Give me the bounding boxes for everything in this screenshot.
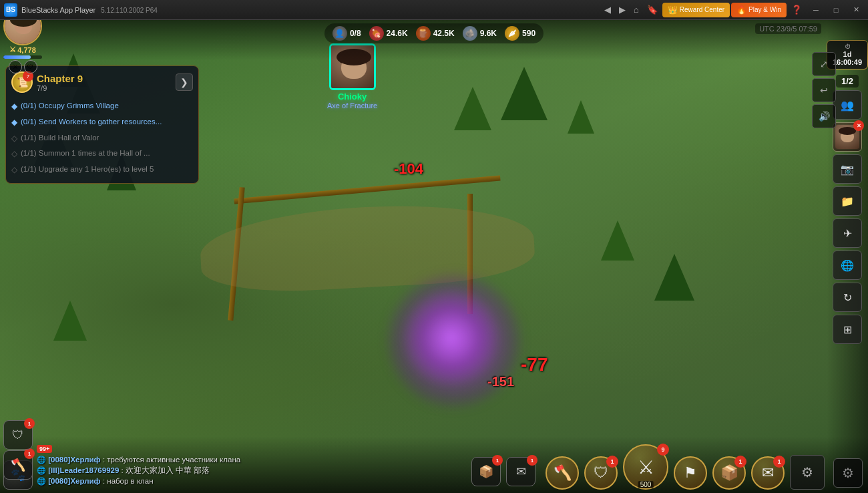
- quest-item-2: ◇ (1/1) Build Hall of Valor: [11, 130, 193, 146]
- small-icon-2[interactable]: 🛡: [24, 60, 37, 73]
- power-display: ⚔ 4,778: [9, 45, 36, 54]
- resource-wood: 🪵 42.5K: [416, 26, 455, 41]
- mail-right-badge: 1: [527, 455, 537, 466]
- chest-badge: 1: [734, 456, 746, 468]
- quest-bullet-0: ◆: [11, 101, 17, 112]
- chat-globe-0: 🌐: [37, 456, 46, 464]
- chat-line-1: 🌐 [III]Leader18769929 : 欢迎大家加入 中華 部落: [37, 465, 384, 476]
- app-icon: BS: [4, 3, 17, 17]
- gear-left-button[interactable]: 🛡 1: [3, 420, 33, 450]
- small-icon-1[interactable]: ⚔: [9, 60, 22, 73]
- resource-troops: 👤 0/8: [333, 26, 361, 41]
- tree-9: [568, 100, 594, 134]
- chest-right-button[interactable]: 📦 1: [471, 457, 501, 486]
- bottom-actions: 🪓 🛡 1 ⚔ 9 500 ⚑ 📦 1 ✉ 1: [546, 444, 825, 490]
- damage-77: -77: [521, 354, 548, 375]
- hammer-button[interactable]: 🪓: [546, 456, 579, 490]
- reward-center-button[interactable]: 👑 Reward Center: [662, 3, 730, 17]
- power-icon: ⚔: [9, 45, 16, 54]
- minimize-button[interactable]: ─: [807, 3, 825, 17]
- wood-icon: 🪵: [416, 26, 431, 41]
- chat-tag-2: [0080]Херлиф: [48, 477, 100, 485]
- tree-6: [501, 67, 548, 120]
- title-buttons: ◀ ▶ ⌂ 🔖 👑 Reward Center 🔥 Play & Win ❓ ─…: [601, 3, 865, 17]
- tree-10: [53, 301, 87, 341]
- resource-bar: 👤 0/8 🍖 24.6K 🪵 42.5K 🪨 9.6K 🌶 590: [324, 23, 544, 43]
- mail-badge: 1: [773, 456, 785, 468]
- quest-bullet-2: ◇: [11, 133, 17, 144]
- shield-badge: 1: [606, 456, 618, 468]
- layers-button[interactable]: ⊞: [833, 315, 862, 344]
- quest-item-3: ◇ (1/1) Summon 1 times at the Hall of ..…: [11, 146, 193, 162]
- nav-back-button[interactable]: ◀: [601, 3, 614, 16]
- right-portrait-button[interactable]: ✕: [833, 122, 862, 152]
- nav-forward-button[interactable]: ▶: [616, 3, 629, 16]
- settings-button[interactable]: ⚙: [833, 458, 863, 488]
- game-area[interactable]: -104 -77 -151 Chioky Axe of Fracture 11 …: [0, 20, 868, 493]
- stone-icon: 🪨: [463, 26, 477, 41]
- chat-globe-2: 🌐: [37, 477, 46, 485]
- helmet-badge: 9: [657, 444, 669, 456]
- chat-line-0: 🌐 [0080]Херлиф : требуются активные учас…: [37, 455, 384, 465]
- chest-button[interactable]: 📦 1: [712, 456, 746, 490]
- axe-badge: 1: [24, 448, 35, 459]
- resource-count: 500: [638, 481, 654, 488]
- title-bar: BS BlueStacks App Player 5.12.110.2002 P…: [0, 0, 868, 20]
- chat-area: 99+ 🌐 [0080]Херлиф : требуются активные …: [37, 442, 384, 486]
- character-skill: Axe of Fracture: [327, 102, 377, 110]
- quest-bullet-4: ◇: [11, 164, 17, 176]
- chat-tag-1: [III]Leader18769929: [48, 466, 119, 474]
- fly-button[interactable]: ✈: [833, 218, 862, 248]
- tree-7: [601, 220, 634, 261]
- combat-glow: [401, 287, 501, 387]
- quest-bullet-1: ◆: [11, 117, 17, 128]
- shield-action-button[interactable]: 🛡 1: [584, 456, 618, 490]
- nav-bookmark-button[interactable]: 🔖: [644, 3, 661, 16]
- chat-badge: 99+: [37, 445, 52, 453]
- bs-controls: ⤢ ↩ 🔊: [812, 52, 836, 128]
- chest-right-button-area: 📦 1: [471, 457, 501, 486]
- rotation-button[interactable]: ↻: [833, 283, 862, 312]
- tree-8: [654, 254, 694, 301]
- gold-icon: 🌶: [505, 26, 519, 41]
- player-avatar[interactable]: [3, 20, 42, 45]
- folder-button[interactable]: 📁: [833, 186, 862, 216]
- mail-button[interactable]: ✉ 1: [751, 456, 785, 490]
- portrait-badge: ✕: [853, 120, 864, 131]
- chat-line-2: 🌐 [0080]Херлиф : набор в клан: [37, 476, 384, 486]
- character-name: Chioky: [327, 92, 377, 102]
- group-button[interactable]: 👥: [833, 90, 862, 120]
- resource-food: 🍖 24.6K: [369, 26, 408, 41]
- helmet-button[interactable]: ⚔ 9 500: [623, 444, 668, 490]
- damage-104: -104: [394, 160, 423, 178]
- quest-icon[interactable]: 📜 7: [11, 71, 33, 93]
- back-button[interactable]: ↩: [812, 78, 836, 102]
- banner-button[interactable]: ⚑: [674, 456, 707, 490]
- close-button[interactable]: ✕: [847, 3, 865, 17]
- quest-chapter: Chapter 9: [37, 73, 172, 84]
- troops-icon: 👤: [333, 26, 347, 41]
- mail-right-button[interactable]: ✉ 1: [506, 457, 535, 486]
- gear-left-button-area: 🛡 1: [3, 420, 33, 450]
- quest-item-1: ◆ (0/1) Send Workers to gather resources…: [11, 114, 193, 130]
- globe-button[interactable]: 🌐: [833, 251, 862, 280]
- settings-grid-button[interactable]: ⚙: [790, 455, 825, 490]
- nav-home-button[interactable]: ⌂: [630, 3, 642, 16]
- power-bar: [3, 55, 42, 59]
- avatar-face: [5, 20, 41, 44]
- page-indicator: 1/2: [836, 75, 859, 88]
- quest-header: 📜 7 Chapter 9 7/9 ❯: [11, 71, 193, 93]
- help-button[interactable]: ❓: [788, 3, 805, 16]
- chat-badge-area: 99+: [37, 442, 384, 454]
- quest-item-4: ◇ (1/1) Upgrade any 1 Hero(es) to level …: [11, 162, 193, 178]
- volume-button[interactable]: 🔊: [812, 104, 836, 128]
- axe-button[interactable]: 🪓 1: [3, 450, 33, 480]
- tree-5: [454, 87, 491, 130]
- resource-gold: 🌶 590: [505, 26, 535, 41]
- chat-globe-1: 🌐: [37, 466, 46, 474]
- maximize-button[interactable]: □: [827, 3, 845, 17]
- quest-progress: 7/9: [37, 84, 172, 92]
- camera-button[interactable]: 📷: [833, 154, 862, 184]
- play-win-button[interactable]: 🔥 Play & Win: [731, 3, 787, 17]
- quest-nav-button[interactable]: ❯: [176, 73, 193, 91]
